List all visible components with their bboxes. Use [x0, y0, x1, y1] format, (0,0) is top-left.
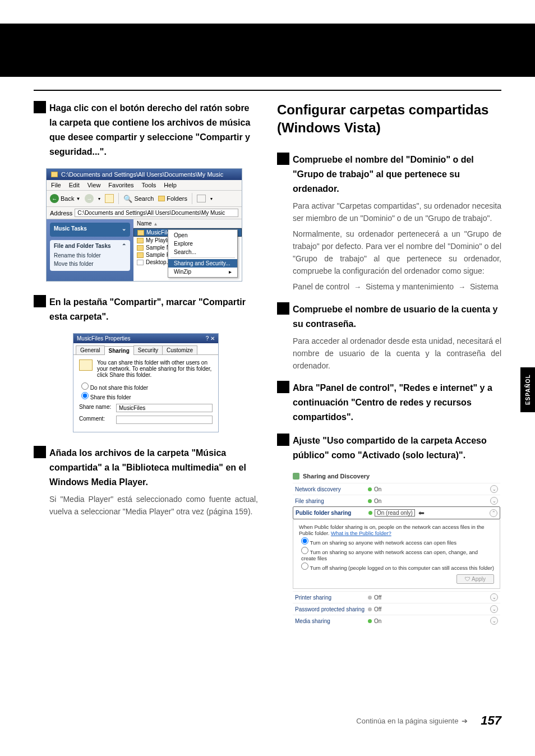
tab-sharing[interactable]: Sharing: [104, 346, 134, 355]
chevron-down-icon[interactable]: ⌄: [490, 497, 498, 505]
ctx-open[interactable]: Open: [168, 231, 237, 239]
folder-icon: [137, 238, 144, 243]
status-dot-icon: [368, 499, 372, 503]
share-name-input[interactable]: [116, 404, 213, 412]
sd-row-network-discovery[interactable]: Network discovery On ⌄: [293, 483, 500, 495]
step-title-text: Compruebe el nombre del "Dominio" o del …: [293, 155, 474, 193]
sd-public-detail: When Public folder sharing is on, people…: [293, 519, 500, 589]
xp-explorer-window: C:\Documents and Settings\All Users\Docu…: [46, 168, 242, 282]
step-number: 5: [34, 295, 46, 307]
ctx-search[interactable]: Search...: [168, 248, 237, 256]
props-title-buttons: ? ✕: [206, 335, 215, 342]
page-content: 4Haga clic con el botón derecho del rató…: [34, 90, 501, 728]
back-button[interactable]: ←Back ▼: [50, 194, 80, 203]
step-number: 3: [277, 381, 289, 393]
right-step-4: 4Ajuste "Uso compartido de la carpeta Ac…: [277, 434, 501, 463]
props-tabs: General Sharing Security Customize: [76, 345, 216, 354]
apply-button[interactable]: 🛡 Apply: [456, 574, 494, 584]
radio-open-files[interactable]: Turn on sharing so anyone with network a…: [301, 537, 494, 546]
move-folder-link[interactable]: Move this folder: [54, 260, 126, 268]
step-5: 5En la pestaña "Compartir", marcar "Comp…: [34, 295, 258, 324]
forward-button[interactable]: →: [85, 194, 94, 203]
right-column: Configurar carpetas compartidas (Windows…: [277, 101, 501, 637]
menu-favorites[interactable]: Favorites: [108, 182, 133, 188]
sd-row-printer[interactable]: Printer sharing Off ⌄: [293, 591, 500, 603]
sd-heading: Sharing and Discovery: [293, 473, 500, 480]
step-number: 1: [277, 153, 289, 165]
step-number: 4: [34, 101, 46, 113]
status-dot-icon: [368, 607, 372, 611]
chevron-down-icon[interactable]: ⌄: [490, 605, 498, 613]
radio-open-change[interactable]: Turn on sharing so anyone with network a…: [301, 547, 494, 561]
views-button[interactable]: [197, 195, 206, 202]
sd-row-media[interactable]: Media sharing On ⌄: [293, 615, 500, 626]
chevron-down-icon[interactable]: ⌄: [490, 617, 498, 625]
chevron-down-icon[interactable]: ⌄: [490, 485, 498, 493]
arrow-icon: →: [354, 281, 361, 293]
search-button[interactable]: 🔍Search: [123, 195, 154, 203]
arrow-icon: →: [458, 281, 465, 293]
props-titlebar: MusicFiles Properties ? ✕: [73, 334, 218, 343]
menu-tools[interactable]: Tools: [142, 182, 156, 188]
menu-help[interactable]: Help: [164, 182, 177, 188]
collapse-icon[interactable]: ⌄: [122, 225, 126, 232]
xp-sidepanel: Music Tasks ⌄ File and Folder Tasks ⌃ Re…: [47, 219, 133, 281]
menu-file[interactable]: File: [51, 182, 61, 188]
sd-row-file-sharing[interactable]: File sharing On ⌄: [293, 495, 500, 506]
address-label: Address: [50, 210, 72, 216]
collapse-icon[interactable]: ⌃: [122, 243, 126, 249]
step-title-text: Ajuste "Uso compartido de la carpeta Acc…: [293, 436, 487, 460]
ctx-sharing-security[interactable]: Sharing and Security...: [168, 259, 237, 268]
xp-menubar: File Edit View Favorites Tools Help: [47, 180, 242, 191]
comment-input[interactable]: [116, 416, 213, 424]
tab-customize[interactable]: Customize: [162, 345, 197, 354]
sd-detail-intro: When Public folder sharing is on, people…: [299, 524, 485, 536]
address-input[interactable]: [75, 209, 238, 217]
status-dot-icon: [368, 596, 372, 600]
menu-view[interactable]: View: [87, 182, 101, 188]
comment-label: Comment:: [79, 416, 113, 424]
sd-row-public-folder[interactable]: Public folder sharing On (read only) ⬅ ⌃: [293, 506, 500, 519]
status-dot-icon: [368, 511, 372, 515]
chevron-up-icon[interactable]: ⌃: [490, 509, 497, 517]
radio-turn-off[interactable]: Turn off sharing (people logged on to th…: [301, 563, 494, 571]
sd-heading-icon: [293, 473, 299, 480]
left-column: 4Haga clic con el botón derecho del rató…: [34, 101, 258, 637]
step-title-text: En la pestaña "Compartir", marcar "Compa…: [49, 297, 246, 321]
xp-title-text: C:\Documents and Settings\All Users\Docu…: [61, 171, 223, 178]
folders-button[interactable]: Folders: [158, 195, 187, 202]
sd-detail-link[interactable]: What is the Public folder?: [331, 530, 391, 536]
radio-do-not-share[interactable]: Do not share this folder: [81, 382, 213, 391]
back-icon: ←: [50, 194, 59, 203]
folder-icon: [51, 172, 58, 177]
ctx-winzip[interactable]: WinZip▸: [168, 268, 237, 276]
up-button[interactable]: [105, 194, 114, 203]
step-title-text: Compruebe el nombre de usuario de la cue…: [293, 305, 497, 329]
step-title-text: Añada los archivos de la carpeta "Música…: [49, 448, 246, 487]
tab-general[interactable]: General: [76, 345, 105, 354]
xp-toolbar: ←Back ▼ → ▾ 🔍Search Folders ▾: [47, 191, 242, 207]
ff-tasks-label[interactable]: File and Folder Tasks: [54, 243, 111, 249]
sd-row-password[interactable]: Password protected sharing Off ⌄: [293, 603, 500, 615]
search-icon: 🔍: [123, 195, 132, 203]
chevron-down-icon[interactable]: ⌄: [490, 593, 498, 601]
rename-folder-link[interactable]: Rename this folder: [54, 251, 126, 260]
properties-dialog: MusicFiles Properties ? ✕ General Sharin…: [73, 333, 219, 432]
radio-share-this[interactable]: Share this folder: [81, 392, 213, 400]
arrow-right-icon: ➔: [462, 717, 468, 725]
menu-edit[interactable]: Edit: [69, 182, 80, 188]
step-number: 2: [277, 302, 289, 315]
language-side-tab: ESPAÑOL: [520, 367, 535, 412]
step-title-text: Abra "Panel de control", "Redes e intern…: [293, 383, 492, 422]
column-header-name[interactable]: Name ▲: [133, 219, 242, 228]
music-tasks-label[interactable]: Music Tasks: [54, 225, 87, 232]
ctx-separator: [170, 257, 235, 258]
step-4: 4Haga clic con el botón derecho del rató…: [34, 101, 258, 159]
xp-addressbar: Address: [47, 207, 242, 219]
tab-security[interactable]: Security: [133, 345, 163, 354]
page-number: 157: [481, 713, 501, 728]
folder-icon: [137, 252, 144, 258]
xp-filelist: Name ▲ MusicFiles My Playlis Sample M Sa…: [133, 219, 242, 281]
ctx-explore[interactable]: Explore: [168, 239, 237, 248]
sharing-discovery-panel: Sharing and Discovery Network discovery …: [293, 473, 500, 626]
